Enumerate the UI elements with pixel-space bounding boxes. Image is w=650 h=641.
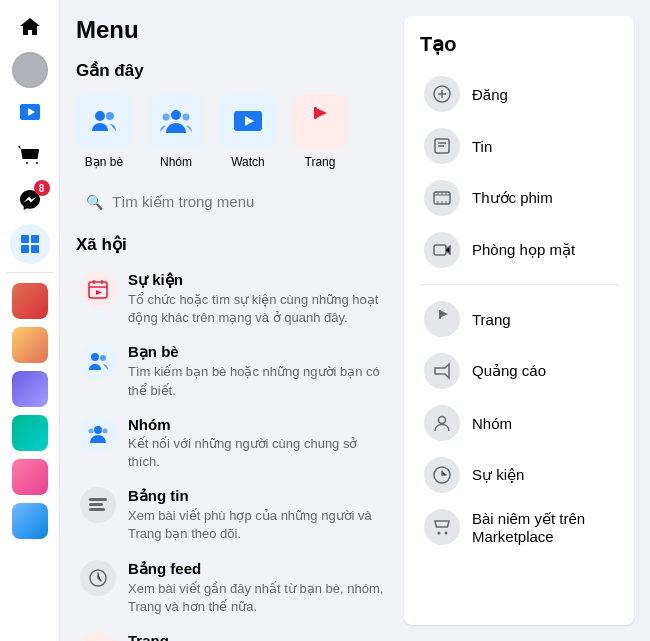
tin-label: Tin (472, 138, 492, 155)
svg-point-10 (163, 114, 170, 121)
right-panel: Tạo Đăng Tin Thước phim (404, 16, 634, 625)
nhom-text: Nhóm Kết nối với những người cùng chung … (128, 416, 384, 471)
dang-label: Đăng (472, 86, 508, 103)
tao-dang[interactable]: Đăng (420, 68, 618, 120)
phong-hop-mat-label: Phòng họp mặt (472, 241, 575, 259)
svg-rect-6 (31, 245, 39, 253)
sidebar: 8 (0, 0, 60, 641)
tao-thuoc-phim[interactable]: Thước phim (420, 172, 618, 224)
sidebar-avatar[interactable] (12, 52, 48, 88)
friends-label: Bạn bè (85, 155, 123, 169)
tao-phong-hop-mat[interactable]: Phòng họp mặt (420, 224, 618, 276)
quang-cao-label: Quảng cáo (472, 362, 546, 380)
tao-trang[interactable]: Trang (420, 293, 618, 345)
list-item-su-kien[interactable]: Sự kiện Tổ chức hoặc tìm sự kiện cùng nh… (76, 263, 388, 335)
su-kien-desc: Tổ chức hoặc tìm sự kiện cùng những hoạt… (128, 291, 384, 327)
search-icon: 🔍 (86, 194, 103, 210)
svg-point-20 (94, 426, 102, 434)
quang-cao-icon (424, 353, 460, 389)
svg-point-7 (95, 111, 105, 121)
svg-point-9 (171, 110, 181, 120)
list-item-trang[interactable]: Trang Khám phá và kết nối với các doanh … (76, 624, 388, 641)
thuoc-phim-icon (424, 180, 460, 216)
search-input[interactable] (76, 185, 388, 218)
svg-point-35 (439, 417, 446, 424)
su-kien-icon (80, 271, 116, 307)
ban-be-icon (80, 343, 116, 379)
bang-tin-name: Bảng tin (128, 487, 384, 505)
svg-rect-4 (31, 235, 39, 243)
recent-item-pages[interactable]: Trang (292, 93, 348, 169)
svg-rect-2 (21, 149, 39, 151)
svg-point-8 (106, 112, 114, 120)
list-item-ban-be[interactable]: Bạn bè Tìm kiếm bạn bè hoặc những người … (76, 335, 388, 407)
trang-icon (80, 632, 116, 641)
su-kien-text: Sự kiện Tổ chức hoặc tìm sự kiện cùng nh… (128, 271, 384, 327)
recent-item-groups[interactable]: Nhóm (148, 93, 204, 169)
tao-su-kien-icon (424, 457, 460, 493)
pages-label: Trang (305, 155, 336, 169)
ban-be-desc: Tìm kiếm bạn bè hoặc những người bạn có … (128, 363, 384, 399)
svg-marker-34 (439, 310, 448, 318)
tao-nhom[interactable]: Nhóm (420, 397, 618, 449)
tao-divider (420, 284, 618, 285)
bang-feed-text: Bảng feed Xem bài viết gần đây nhất từ b… (128, 560, 384, 616)
trang-name: Trang (128, 632, 384, 641)
tao-su-kien[interactable]: Sự kiện (420, 449, 618, 501)
sidebar-thumb-6[interactable] (12, 503, 48, 539)
sidebar-thumb-1[interactable] (12, 283, 48, 319)
sidebar-watch[interactable] (10, 92, 50, 132)
watch-icon-wrap (220, 93, 276, 149)
tao-quang-cao[interactable]: Quảng cáo (420, 345, 618, 397)
sidebar-thumb-4[interactable] (12, 415, 48, 451)
tin-icon (424, 128, 460, 164)
left-panel: Menu Gần đây Bạn bè Nhóm (60, 0, 404, 641)
recent-item-friends[interactable]: Bạn bè (76, 93, 132, 169)
list-item-bang-tin[interactable]: Bảng tin Xem bài viết phù hợp của những … (76, 479, 388, 551)
phong-hop-mat-icon (424, 232, 460, 268)
svg-rect-5 (21, 245, 29, 253)
sidebar-thumb-5[interactable] (12, 459, 48, 495)
main-content: Menu Gần đây Bạn bè Nhóm (60, 0, 650, 641)
svg-rect-32 (434, 245, 446, 255)
bang-feed-name: Bảng feed (128, 560, 384, 578)
marketplace-icon (424, 509, 460, 545)
messenger-badge: 8 (34, 180, 50, 196)
search-wrap: 🔍 (76, 185, 388, 218)
trang-text: Trang Khám phá và kết nối với các doanh … (128, 632, 384, 641)
su-kien-name: Sự kiện (128, 271, 384, 289)
tao-marketplace[interactable]: Bài niêm yết trên Marketplace (420, 501, 618, 553)
tao-su-kien-label: Sự kiện (472, 466, 524, 484)
svg-point-21 (89, 428, 94, 433)
recent-item-watch[interactable]: Watch (220, 93, 276, 169)
dang-icon (424, 76, 460, 112)
bang-feed-icon (80, 560, 116, 596)
thuoc-phim-label: Thước phim (472, 189, 553, 207)
sidebar-thumb-3[interactable] (12, 371, 48, 407)
list-item-bang-feed[interactable]: Bảng feed Xem bài viết gần đây nhất từ b… (76, 552, 388, 624)
sidebar-home[interactable] (10, 8, 50, 48)
sidebar-messenger[interactable]: 8 (10, 180, 50, 220)
marketplace-label: Bài niêm yết trên Marketplace (472, 510, 614, 545)
bang-tin-text: Bảng tin Xem bài viết phù hợp của những … (128, 487, 384, 543)
xa-hoi-title: Xã hội (76, 234, 388, 255)
sidebar-marketplace[interactable] (10, 136, 50, 176)
list-item-nhom[interactable]: Nhóm Kết nối với những người cùng chung … (76, 408, 388, 479)
groups-icon-wrap (148, 93, 204, 149)
nhom-name: Nhóm (128, 416, 384, 433)
svg-rect-23 (89, 498, 107, 501)
svg-point-37 (438, 532, 441, 535)
sidebar-divider (6, 272, 53, 273)
ban-be-text: Bạn bè Tìm kiếm bạn bè hoặc những người … (128, 343, 384, 399)
bang-tin-icon (80, 487, 116, 523)
groups-label: Nhóm (160, 155, 192, 169)
svg-point-11 (183, 114, 190, 121)
svg-rect-3 (21, 235, 29, 243)
nhom-desc: Kết nối với những người cùng chung sở th… (128, 435, 384, 471)
watch-label: Watch (231, 155, 265, 169)
sidebar-thumb-2[interactable] (12, 327, 48, 363)
svg-point-38 (445, 532, 448, 535)
svg-point-18 (91, 353, 99, 361)
sidebar-menu[interactable] (10, 224, 50, 264)
tao-tin[interactable]: Tin (420, 120, 618, 172)
